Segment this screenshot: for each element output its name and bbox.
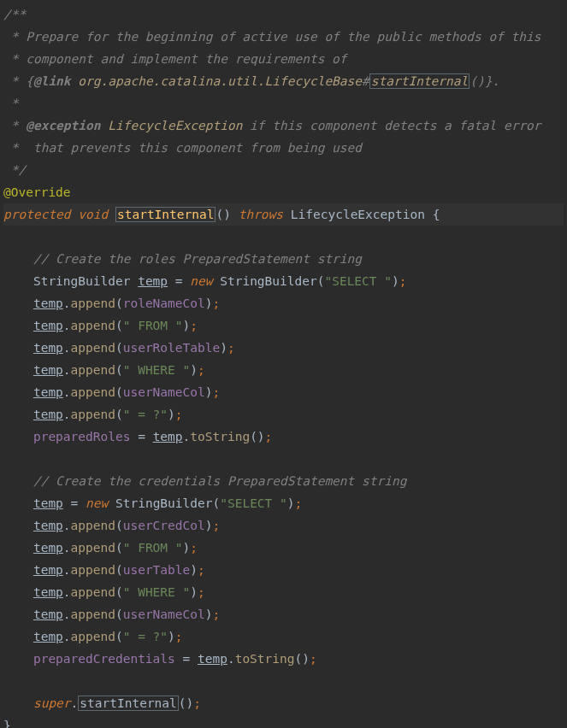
javadoc-line: * component and implement the requiremen… [3, 52, 347, 66]
call-append: append [71, 608, 115, 621]
var-temp: temp [33, 608, 63, 621]
field-preparedRoles: preparedRoles [33, 430, 131, 443]
javadoc-link-class: org.apache.catalina.util.LifecycleBase [78, 74, 362, 88]
annotation-override: @Override [3, 185, 71, 199]
comment-roles: // Create the roles PreparedStatement st… [33, 252, 362, 266]
kw-protected: protected [3, 208, 71, 221]
field-preparedCredentials: preparedCredentials [33, 652, 175, 666]
javadoc-line: * { [3, 74, 33, 88]
comment-creds: // Create the credentials PreparedStatem… [33, 474, 407, 488]
str-from: " FROM " [123, 541, 183, 555]
op-eq: = [71, 496, 79, 510]
call-append: append [71, 585, 115, 599]
var-temp: temp [33, 319, 63, 332]
call-append: append [71, 341, 115, 355]
str-where: " WHERE " [123, 363, 191, 377]
str-select: "SELECT " [220, 496, 287, 510]
kw-new: new [86, 496, 108, 510]
javadoc-exc-rest: if this component detects a fatal error [242, 119, 540, 132]
op-eq: = [175, 274, 183, 288]
op-eq: = [138, 430, 145, 443]
field-userRoleTable: userRoleTable [123, 341, 221, 355]
var-temp: temp [153, 430, 183, 443]
javadoc-line: * [3, 119, 26, 132]
javadoc-exc-type: LifecycleException [108, 119, 242, 132]
javadoc-hash: # [362, 74, 369, 88]
str-from: " FROM " [123, 319, 183, 332]
field-userNameCol: userNameCol [123, 608, 205, 621]
call-toString: toString [190, 430, 250, 443]
call-append: append [71, 630, 115, 643]
kw-super: super [33, 696, 71, 710]
javadoc-line: * Prepare for the beginning of active us… [3, 30, 541, 44]
var-temp: temp [33, 341, 63, 355]
field-userNameCol: userNameCol [123, 385, 205, 399]
call-startInternal: startInternal [78, 696, 179, 711]
var-temp: temp [33, 585, 63, 599]
str-where: " WHERE " [123, 585, 191, 599]
var-temp: temp [33, 408, 63, 421]
brace-open: { [433, 208, 440, 221]
ctor-sb: StringBuilder [115, 496, 213, 510]
str-eqq: " = ?" [123, 408, 168, 421]
javadoc-line: * that prevents this component from bein… [3, 141, 362, 155]
exception-type: LifecycleException [291, 208, 425, 221]
call-append: append [71, 519, 115, 532]
var-temp: temp [33, 363, 63, 377]
call-append: append [71, 385, 115, 399]
str-eqq: " = ?" [123, 630, 168, 643]
call-append: append [71, 541, 115, 555]
ctor-sb: StringBuilder [220, 274, 317, 288]
call-append: append [71, 296, 115, 310]
javadoc-link-method: startInternal [369, 73, 470, 89]
op-eq: = [183, 652, 191, 666]
var-temp: temp [33, 519, 63, 532]
call-append: append [71, 408, 115, 421]
javadoc-open: /** [3, 8, 26, 21]
var-temp: temp [33, 296, 63, 310]
call-append: append [71, 319, 115, 332]
javadoc-exc-tag: @exception [26, 119, 100, 132]
javadoc-link-end: ()}. [470, 74, 499, 88]
call-append: append [71, 363, 115, 377]
javadoc-line: * [3, 97, 18, 110]
brace-close: } [3, 719, 11, 728]
call-toString: toString [235, 652, 295, 666]
var-temp: temp [33, 385, 63, 399]
kw-new: new [190, 274, 212, 288]
field-userTable: userTable [123, 563, 191, 577]
parens: () [216, 208, 230, 221]
str-select: "SELECT " [324, 274, 392, 288]
javadoc-link-tag: @link [33, 74, 71, 88]
var-temp: temp [138, 274, 168, 288]
var-temp: temp [33, 541, 63, 555]
var-temp: temp [198, 652, 227, 666]
type-sb: StringBuilder [33, 274, 131, 288]
code-editor[interactable]: /** * Prepare for the beginning of activ… [3, 3, 564, 728]
method-name: startInternal [115, 207, 216, 222]
call-append: append [71, 563, 115, 577]
javadoc-close: */ [3, 163, 26, 177]
var-temp: temp [33, 496, 63, 510]
kw-void: void [78, 208, 108, 221]
var-temp: temp [33, 563, 63, 577]
field-roleNameCol: roleNameCol [123, 296, 205, 310]
field-userCredCol: userCredCol [123, 519, 205, 532]
var-temp: temp [33, 630, 63, 643]
kw-throws: throws [239, 208, 283, 221]
